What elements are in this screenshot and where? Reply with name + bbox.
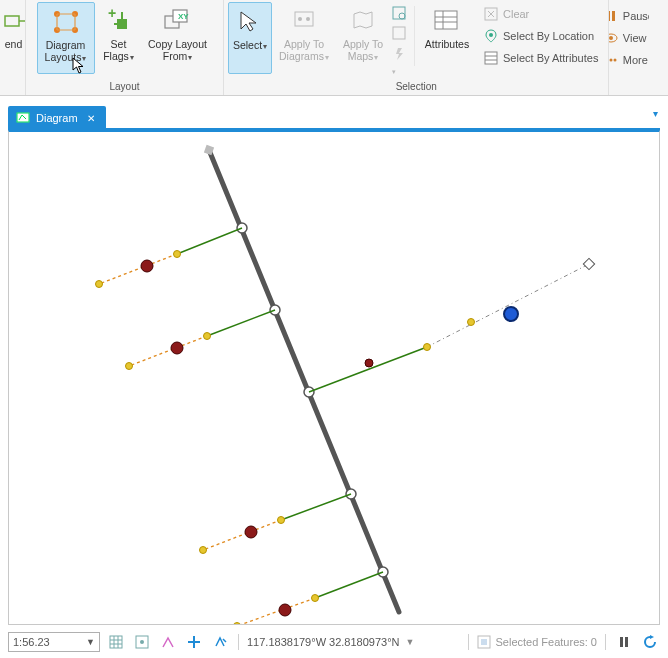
apply-diagrams-label: Apply To Diagrams [276,38,332,64]
scale-value: 1:56.23 [13,636,50,648]
svg-rect-5 [117,19,127,29]
svg-point-70 [312,595,319,602]
svg-rect-73 [110,636,122,648]
svg-point-16 [399,13,405,19]
refresh-icon[interactable] [640,632,660,652]
svg-rect-28 [612,11,615,21]
copy-layout-from-button[interactable]: XY Copy Layout From [143,2,213,74]
svg-point-72 [234,623,241,626]
svg-line-47 [99,254,177,284]
close-icon[interactable]: ✕ [84,111,98,125]
selected-features-readout[interactable]: Selected Features: 0 [477,635,597,649]
clear-label: Clear [503,8,529,20]
grid-icon[interactable] [106,632,126,652]
correction-icon[interactable] [184,632,204,652]
svg-point-30 [609,36,612,40]
svg-rect-12 [295,12,313,26]
inference-icon[interactable] [210,632,230,652]
select-by-attributes-button[interactable]: Select By Attributes [479,48,602,68]
svg-line-63 [281,494,351,520]
set-flags-label: Set Flags [99,38,139,64]
svg-line-64 [203,520,281,550]
sql-icon [483,50,499,66]
diagram-layouts-button[interactable]: Diagram Layouts [37,2,95,74]
set-flags-icon: + [104,6,134,36]
svg-line-38 [209,150,399,612]
diagram-tab-icon [16,110,30,126]
svg-line-51 [207,310,275,336]
view-label: View [623,32,647,44]
attributes-label: Attributes [425,38,469,50]
snap-icon[interactable] [132,632,152,652]
apply-to-diagrams-button[interactable]: Apply To Diagrams [274,2,334,74]
selection-group-label: Selection [228,79,604,95]
diagram-tab-label: Diagram [36,112,78,124]
apply-diagrams-icon [289,6,319,36]
select-button[interactable]: Select [228,2,272,74]
set-flags-button[interactable]: + Set Flags [97,2,141,74]
svg-point-54 [171,342,183,354]
select-by-location-label: Select By Location [503,30,594,42]
group-label-fragment [4,79,23,95]
status-separator-3 [605,634,606,650]
more-icon [609,52,618,68]
svg-rect-34 [17,113,29,122]
view-menu-caret[interactable]: ▾ [653,108,658,119]
attributes-button[interactable]: Attributes [419,2,475,74]
svg-point-65 [278,517,285,524]
svg-line-52 [129,336,207,366]
svg-point-58 [365,359,373,367]
diagram-svg [9,132,659,625]
flash-icon[interactable]: ▾ [392,46,410,76]
coord-dropdown-icon[interactable]: ▼ [406,637,415,647]
pause-label: Pause [623,10,650,22]
svg-point-66 [245,526,257,538]
apply-maps-label: Apply To Maps [338,38,388,64]
svg-point-53 [204,333,211,340]
pause-button[interactable]: Pause [609,6,649,26]
pause-draw-icon[interactable] [614,632,634,652]
svg-rect-62 [583,258,594,269]
svg-text:XY: XY [178,12,189,21]
select-by-location-button[interactable]: Select By Location [479,26,602,46]
attributes-icon [432,6,462,36]
diagram-layouts-label: Diagram Layouts [40,39,92,65]
ribbon-group-layout: Diagram Layouts + Set Flags [26,0,224,95]
copy-layout-label: Copy Layout From [145,38,211,64]
svg-point-14 [306,17,310,21]
status-separator-2 [468,634,469,650]
zoom-to-icon[interactable] [392,6,410,24]
svg-point-23 [489,33,493,37]
svg-rect-0 [5,16,19,26]
svg-rect-83 [481,639,487,645]
svg-point-71 [279,604,291,616]
svg-point-33 [613,59,616,62]
svg-point-55 [126,363,133,370]
pan-to-icon[interactable] [392,26,410,44]
clear-button[interactable]: Clear [479,4,602,24]
extend-icon [0,6,26,36]
ribbon-group-left-fragment: end [0,0,26,95]
svg-point-79 [140,640,144,644]
view-button[interactable]: View [609,28,649,48]
svg-text:+: + [108,8,116,21]
select-label: Select [233,39,267,53]
extend-button-fragment[interactable]: end [0,2,26,74]
constraints-icon[interactable] [158,632,178,652]
svg-rect-85 [625,637,628,647]
pause-icon [609,8,618,24]
layout-group-label: Layout [30,79,219,95]
scale-combo[interactable]: 1:56.23 ▼ [8,632,100,652]
svg-point-60 [468,319,475,326]
select-by-attributes-label: Select By Attributes [503,52,598,64]
svg-point-32 [609,59,612,62]
svg-line-69 [237,598,315,625]
svg-rect-17 [393,27,405,39]
diagram-tab[interactable]: Diagram ✕ [8,106,106,130]
svg-point-61 [504,307,518,321]
diagram-canvas[interactable] [8,130,660,625]
apply-to-maps-button[interactable]: Apply To Maps [336,2,390,74]
apply-maps-icon [348,6,378,36]
diagram-layouts-icon [51,7,81,37]
more-button[interactable]: More [609,50,649,70]
